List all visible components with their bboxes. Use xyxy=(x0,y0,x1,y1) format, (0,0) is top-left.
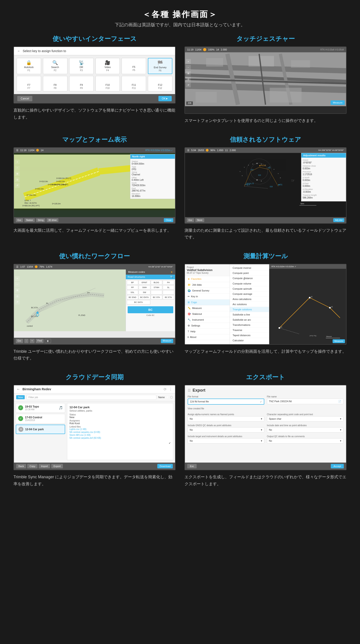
rotate-icon[interactable]: ↺ xyxy=(186,82,191,87)
adj-map[interactable]: IS6 IS8 IS3 NAIAL B ◆PEG6 -Peg-6 IS9 ◆IS… xyxy=(185,153,346,210)
detail-file-3[interactable]: Storm MH.csv (1 KB) xyxy=(70,434,171,436)
wf-code-stmh[interactable]: STMH xyxy=(151,285,162,290)
job-item-1[interactable]: ✓ 19-03 Topo 10:38 AM 🎵 xyxy=(16,403,65,413)
wf-code-ssl[interactable]: SSL xyxy=(127,290,138,294)
cogo-triangle-solutions[interactable]: Triangle solutions xyxy=(230,307,269,312)
wf-map[interactable]: BC STA BC ETA PL PL END 1m control + xyxy=(14,270,126,331)
fka-cancel-button[interactable]: Cancel xyxy=(17,96,32,101)
fka-key-f4[interactable]: 🎥 Video F4 xyxy=(96,58,120,74)
job-item-2[interactable]: ✓ 17-03 Control 15/4/2018 xyxy=(16,414,65,424)
mf-zoom-out[interactable]: − xyxy=(15,166,20,170)
wf-code-bcenta[interactable]: BC ENTA xyxy=(139,295,150,300)
wf-code-fh[interactable]: FH xyxy=(163,280,174,285)
job1-audio-icon[interactable]: 🎵 xyxy=(59,406,63,410)
cloud-back-btn[interactable]: Back xyxy=(16,464,26,468)
cloud-export-btn[interactable]: Export xyxy=(51,464,63,468)
adj-adjdist-btn[interactable]: Adj.dist xyxy=(333,218,344,222)
cogo-traverse[interactable]: Traverse xyxy=(230,328,269,333)
mf-close-btn[interactable]: Close xyxy=(164,218,173,222)
wf-code-bcsnta[interactable]: BC SNTA xyxy=(127,300,150,304)
cogo-transformations[interactable]: Transformations xyxy=(230,322,269,328)
wf-selected-code[interactable]: BC xyxy=(128,306,173,313)
wf-loc2[interactable]: ◎ xyxy=(15,294,20,299)
cloud-new-badge[interactable]: New xyxy=(16,395,25,399)
cogo-subdivide-arc[interactable]: Subdivide an arc xyxy=(230,317,269,322)
export-accept-btn[interactable]: Accept xyxy=(331,464,344,468)
cogo-compute-distance[interactable]: Compute d̲istance xyxy=(230,276,269,281)
fka-key-f6[interactable]: 🏁 End Survey F6 xyxy=(148,58,172,74)
compute-favorites[interactable]: ★ Favorites xyxy=(185,276,230,282)
cloud-filter-icon[interactable]: ⬡ xyxy=(170,396,173,399)
wf-find-btn[interactable]: Find xyxy=(36,339,44,343)
wf-esc-btn[interactable]: Esc xyxy=(16,339,23,343)
export-fileformat-value[interactable]: 12d fld format file ↙ xyxy=(188,398,264,405)
wf-code-sl[interactable]: SL xyxy=(163,285,174,290)
mf-zoom-in[interactable]: + xyxy=(15,160,20,164)
layers-icon[interactable]: ⊞ xyxy=(186,71,191,76)
compute-help[interactable]: ? Help xyxy=(185,329,230,334)
mf-station-btn[interactable]: Station xyxy=(24,218,35,222)
export-target-value[interactable]: No ▾ xyxy=(188,438,264,444)
cloud-import-btn[interactable]: Import xyxy=(39,464,50,468)
cloud-filter-input[interactable]: Filter job xyxy=(27,395,156,400)
fka-ok-button[interactable]: OK► xyxy=(158,96,172,101)
compute-stakeout[interactable]: 🎯 Stakeout xyxy=(185,311,230,317)
detail-file-1[interactable]: Lights.csv (1 KB) xyxy=(70,428,171,430)
wf-del-icon[interactable]: 🗑 xyxy=(45,339,51,343)
wf-code-bcsta[interactable]: BC STA xyxy=(151,295,162,300)
wf-code-bceta[interactable]: BC ETA xyxy=(163,295,174,300)
cloud-back-arrow[interactable]: ← xyxy=(17,387,20,391)
compute-measure[interactable]: 📏 Measure xyxy=(185,306,230,311)
export-char-value[interactable]: Space char ▾ xyxy=(267,416,343,422)
compute-settings[interactable]: ⚙ Settings xyxy=(185,323,230,329)
mf-loc[interactable]: ◎ xyxy=(15,177,20,182)
wf-code-bp[interactable]: BP xyxy=(127,280,138,285)
compute-cogo[interactable]: ⊞ Cogo xyxy=(185,300,230,306)
compute-measure-btn[interactable]: Measure xyxy=(332,339,345,343)
wf-menu[interactable]: ☰ xyxy=(16,266,19,268)
fka-key-f8[interactable]: F8 F8 xyxy=(43,76,67,92)
wf-code-epmt[interactable]: EPMT xyxy=(139,280,150,285)
wf-code-sw[interactable]: SW xyxy=(139,290,150,294)
mf-string-btn[interactable]: String xyxy=(36,218,45,222)
fka-key-f12[interactable]: F12 F12 xyxy=(148,76,172,92)
fka-back-arrow[interactable]: ← xyxy=(17,49,21,53)
job-item-3[interactable]: ⚙ 12-04 Car park xyxy=(16,424,65,434)
wf-zo[interactable]: − xyxy=(15,282,20,287)
mapform-map[interactable]: 0+190.0m 0+006.0m (RS,Y,VPI) 0+010.0m 0+… xyxy=(14,153,175,210)
zoom-out-icon[interactable]: − xyxy=(186,65,191,70)
mf-3d-btn[interactable]: 3D drive xyxy=(47,218,59,222)
mf-rotate[interactable]: ↺ xyxy=(15,183,20,188)
export-menu-icon[interactable]: ☰ xyxy=(188,388,191,392)
wf-code-pp[interactable]: PP xyxy=(127,285,138,290)
cogo-compute-point[interactable]: Compute point xyxy=(230,270,269,276)
cogo-taped-distances[interactable]: Taped distances xyxy=(230,333,269,338)
adj-menu[interactable]: ☰ xyxy=(187,149,189,152)
compute-jobdata[interactable]: 📁 Job data xyxy=(185,282,230,288)
compute-about[interactable]: ℹ About xyxy=(185,334,230,340)
fka-key-f3[interactable]: 📡 DR F3 xyxy=(69,58,94,74)
export-gnss-value[interactable]: No ▾ xyxy=(188,427,264,432)
compute-map[interactable]: RTK H:0.010m V:0.015m ✓ 42 43 xyxy=(269,264,346,344)
fka-key-f5[interactable]: F5 F5 xyxy=(122,58,146,74)
wf-lyr[interactable]: ⊞ xyxy=(15,288,20,293)
mf-layer[interactable]: ⊞ xyxy=(15,171,20,176)
wf-zi[interactable]: + xyxy=(15,276,20,281)
wf-measure-btn[interactable]: Measure xyxy=(161,339,173,343)
cogo-subdivide-line[interactable]: Subdivide a line xyxy=(230,312,269,317)
fka-key-f11[interactable]: F11 F11 xyxy=(122,76,146,92)
adj-esc-btn[interactable]: Esc xyxy=(187,218,194,222)
cogo-compute-average[interactable]: Compute average xyxy=(230,292,269,297)
fka-key-f2[interactable]: 🔍 Search F2 xyxy=(43,58,67,74)
cloud-copy-btn[interactable]: Copy xyxy=(27,464,38,468)
mf-menu-icon[interactable]: ☰ xyxy=(16,149,19,152)
fka-key-f1[interactable]: 🔒 Autolock F1 xyxy=(17,58,41,74)
export-alpha-value[interactable]: No ▾ xyxy=(188,416,264,422)
cogo-compute-volume[interactable]: Compute volume xyxy=(230,281,269,286)
wf-minus-btn[interactable]: - xyxy=(24,339,29,343)
cogo-compute-azimuth[interactable]: Compute azimuth xyxy=(230,286,269,292)
fka-key-f7[interactable]: F7 F7 xyxy=(17,76,41,92)
cogo-area-calc[interactable]: Area calculations xyxy=(230,297,269,302)
aerial-map[interactable]: Measure 20ft + − ⊞ ◎ ↺ xyxy=(185,52,346,106)
wf-search-icon[interactable]: 🔍 xyxy=(170,276,173,278)
